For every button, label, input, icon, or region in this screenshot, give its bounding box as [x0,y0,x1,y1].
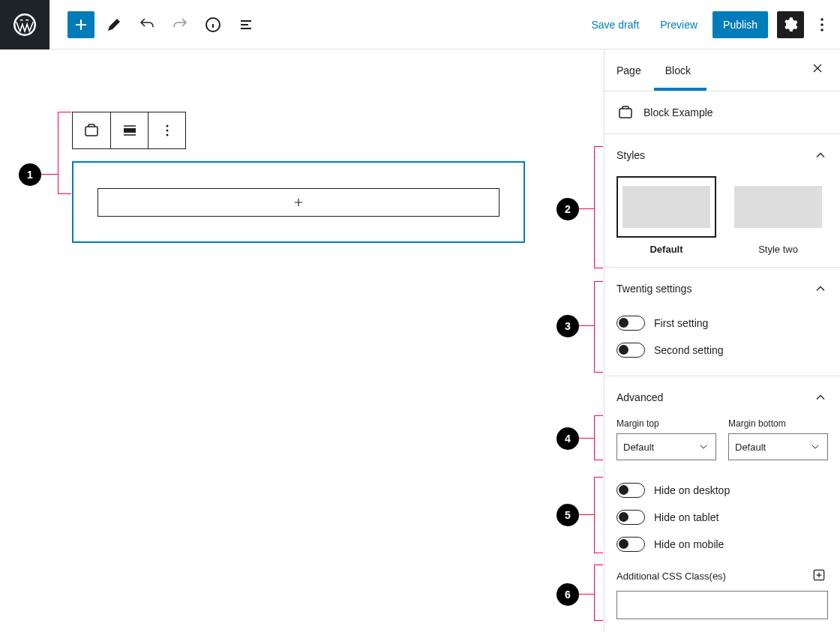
css-add-button[interactable] [810,567,828,585]
close-sidebar-button[interactable] [804,57,831,84]
topbar-left-tools [50,11,260,38]
toggle-first-setting: First setting [616,310,828,337]
block-toolbar [72,112,186,149]
callout-bracket [594,415,603,460]
more-menu-button[interactable] [813,11,831,38]
svg-point-9 [166,134,168,136]
toggle-label: First setting [654,317,708,329]
chevron-up-icon [813,390,828,405]
svg-rect-6 [124,128,136,133]
margin-top-label: Margin top [616,418,716,429]
style-preview [616,176,716,238]
margin-controls: Margin top Default Margin bottom Default [616,418,828,460]
callout-line [579,208,594,209]
margin-bottom-select[interactable]: Default [728,433,828,460]
css-class-row: Additional CSS Class(es) [616,567,828,585]
selected-block[interactable] [72,161,525,243]
wordpress-icon [14,13,36,36]
margin-top-select[interactable]: Default [616,433,716,460]
plus-icon [72,16,90,34]
callout-line [41,174,58,175]
preview-button[interactable]: Preview [654,13,704,37]
list-view-icon [237,16,255,34]
panel-twentig-title: Twentig settings [616,283,692,295]
callout-bracket [594,477,603,553]
toggle-second-setting: Second setting [616,337,828,364]
editor-main: Page Block Block Example Styles Default [0,49,840,632]
block-type-icon [82,121,100,139]
chevron-up-icon [813,281,828,296]
svg-point-2 [820,18,824,21]
block-card: Block Example [604,91,840,134]
panel-twentig: Twentig settings First setting Second se… [604,268,840,376]
block-type-button[interactable] [73,112,110,148]
publish-button[interactable]: Publish [712,11,768,38]
add-block-button[interactable] [68,11,94,38]
redo-icon [171,16,189,34]
toggle-switch[interactable] [616,343,645,358]
toggle-switch[interactable] [616,483,645,498]
style-label: Style two [728,244,828,255]
block-align-button[interactable] [110,112,148,148]
settings-button[interactable] [777,11,804,38]
callout-6: 6 [556,583,579,606]
svg-point-8 [166,130,168,132]
wp-logo[interactable] [0,0,50,49]
panel-advanced-title: Advanced [616,391,663,403]
style-preview [728,176,828,238]
panel-styles-header[interactable]: Styles [604,134,840,176]
tab-block[interactable]: Block [653,49,703,91]
svg-rect-10 [620,109,632,118]
edit-mode-button[interactable] [100,11,128,38]
toggle-label: Hide on mobile [654,538,724,550]
panel-advanced: Advanced Margin top Default Margin botto… [604,376,840,631]
svg-point-7 [166,125,168,127]
more-vertical-icon [158,121,176,139]
sidebar-tabs: Page Block [604,49,840,91]
toggle-hide-desktop: Hide on desktop [616,477,828,504]
block-appender[interactable] [98,188,500,217]
tab-page[interactable]: Page [604,49,653,91]
block-name: Block Example [644,106,713,118]
chevron-up-icon [813,148,828,163]
toggle-switch[interactable] [616,510,645,525]
more-vertical-icon [813,16,831,34]
toggle-switch[interactable] [616,316,645,331]
panel-styles: Styles Default Style two [604,134,840,268]
callout-line [579,594,594,595]
callout-3: 3 [556,315,579,337]
callout-line [579,438,594,439]
callout-line [579,514,594,515]
style-item-default[interactable]: Default [616,176,716,255]
info-icon [204,16,222,34]
style-variations: Default Style two [616,176,828,255]
style-label: Default [616,244,716,255]
redo-button[interactable] [166,11,194,38]
editor-canvas[interactable] [0,49,604,632]
toggle-switch[interactable] [616,537,645,552]
add-box-icon [812,568,826,583]
panel-advanced-header[interactable]: Advanced [604,376,840,418]
toggle-label: Second setting [654,344,724,356]
callout-line [579,325,594,326]
close-icon [810,61,825,76]
svg-point-3 [820,23,824,26]
outline-button[interactable] [232,11,260,38]
block-options-button[interactable] [148,112,185,148]
margin-bottom-label: Margin bottom [728,418,828,429]
info-button[interactable] [200,11,226,38]
chevron-down-icon [809,441,821,453]
undo-button[interactable] [134,11,160,38]
toggle-label: Hide on desktop [654,484,730,496]
callout-2: 2 [556,198,579,220]
topbar-right-actions: Save draft Preview Publish [585,11,840,38]
margin-bottom-value: Default [735,442,766,453]
save-draft-button[interactable]: Save draft [585,13,645,37]
callout-bracket [594,565,603,621]
style-item-two[interactable]: Style two [728,176,828,255]
css-class-input[interactable] [616,591,828,619]
undo-icon [138,16,156,34]
plus-icon [292,196,305,209]
panel-twentig-header[interactable]: Twentig settings [604,268,840,310]
toggle-label: Hide on tablet [654,511,718,523]
